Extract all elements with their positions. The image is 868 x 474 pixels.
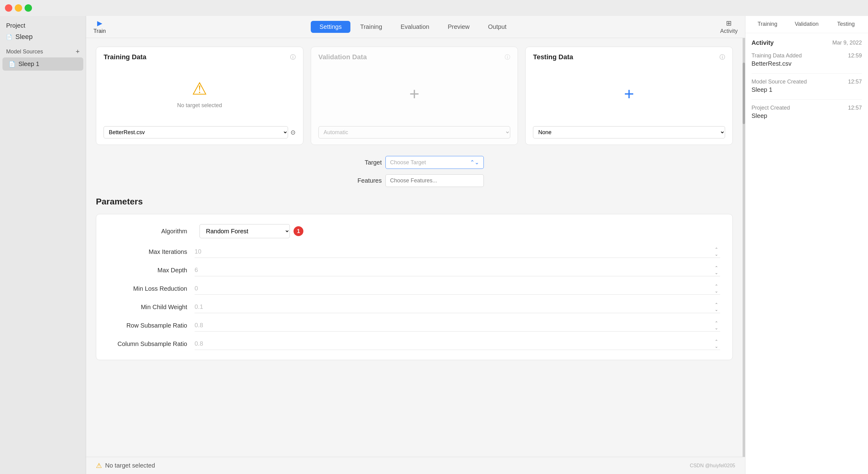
- row-subsample-ratio-input[interactable]: [194, 319, 713, 331]
- max-iterations-input[interactable]: [194, 246, 713, 258]
- status-warning-text: No target selected: [105, 462, 155, 469]
- max-depth-input[interactable]: [194, 264, 713, 276]
- right-panel-tab-training[interactable]: Training: [748, 16, 787, 33]
- validation-data-select-wrapper: Automatic: [318, 126, 510, 138]
- right-panel-tab-testing[interactable]: Testing: [826, 16, 866, 33]
- testing-data-footer: None: [533, 126, 725, 138]
- column-subsample-ratio-stepper[interactable]: ⌃⌄: [713, 339, 720, 349]
- testing-data-body: +: [533, 66, 725, 121]
- testing-data-select[interactable]: None: [533, 126, 725, 138]
- testing-add-icon[interactable]: +: [624, 84, 634, 104]
- traffic-lights: [5, 4, 32, 12]
- model-source-icon: 📄: [9, 61, 16, 68]
- features-label: Features: [345, 177, 382, 184]
- scrollbar-thumb[interactable]: [743, 63, 745, 124]
- max-iterations-stepper[interactable]: ⌃⌄: [713, 247, 720, 257]
- tab-evaluation[interactable]: Evaluation: [392, 21, 438, 33]
- activity-item-2-time: 12:57: [848, 105, 862, 111]
- algorithm-select-wrapper: Random Forest Boosted Tree (Regression) …: [199, 224, 303, 238]
- algorithm-label: Algorithm: [108, 228, 194, 235]
- training-data-info-icon[interactable]: ⓘ: [290, 54, 296, 61]
- right-panel: Training Validation Testing Activity Mar…: [745, 16, 868, 474]
- min-child-weight-input[interactable]: [194, 301, 713, 313]
- testing-data-card: Testing Data ⓘ + None: [525, 47, 733, 145]
- target-row: Target Choose Target ⌃⌄: [96, 156, 733, 169]
- features-row: Features: [96, 174, 733, 187]
- tab-output[interactable]: Output: [479, 21, 515, 33]
- column-subsample-ratio-input[interactable]: [194, 338, 713, 350]
- max-depth-stepper[interactable]: ⌃⌄: [713, 265, 720, 275]
- validation-data-card: Validation Data ⓘ + Automatic: [311, 47, 518, 145]
- target-input[interactable]: Choose Target ⌃⌄: [385, 156, 484, 169]
- status-bar: ⚠ No target selected CSDN @huiyfel0205: [86, 457, 745, 474]
- activity-item-0-label: Training Data Added: [751, 53, 802, 59]
- add-model-source-button[interactable]: +: [75, 48, 80, 55]
- tab-training[interactable]: Training: [352, 21, 391, 33]
- activity-item-1-time: 12:57: [848, 78, 862, 85]
- no-target-text: No target selected: [177, 102, 222, 109]
- training-data-select[interactable]: BetterRest.csv: [103, 126, 288, 138]
- min-loss-reduction-input[interactable]: [194, 282, 713, 295]
- tab-settings[interactable]: Settings: [311, 21, 350, 33]
- scrollbar[interactable]: [743, 38, 745, 457]
- row-subsample-ratio-label: Row Subsample Ratio: [108, 322, 194, 329]
- activity-button[interactable]: ⊞ Activity: [720, 19, 738, 34]
- min-loss-reduction-stepper[interactable]: ⌃⌄: [713, 284, 720, 294]
- testing-data-info-icon[interactable]: ⓘ: [719, 54, 725, 61]
- activity-item-2-label: Project Created: [751, 105, 790, 111]
- model-sources-header: Model Sources +: [0, 46, 86, 58]
- max-depth-input-wrapper: ⌃⌄: [194, 264, 720, 276]
- features-input[interactable]: [385, 174, 484, 187]
- min-child-weight-label: Min Child Weight: [108, 304, 194, 311]
- toolbar: ▶ Train Settings Training Evaluation Pre…: [86, 16, 745, 38]
- testing-data-header: Testing Data ⓘ: [533, 53, 725, 61]
- validation-data-title: Validation Data: [318, 53, 367, 61]
- warning-icon: ⚠: [192, 78, 207, 99]
- project-name: Sleep: [16, 33, 33, 41]
- project-label: Project: [0, 21, 86, 32]
- maximize-button[interactable]: [25, 4, 32, 12]
- close-button[interactable]: [5, 4, 12, 12]
- tab-preview[interactable]: Preview: [439, 21, 478, 33]
- activity-panel-title: Activity: [751, 39, 774, 46]
- activity-item-1-header: Model Source Created 12:57: [751, 78, 862, 85]
- target-arrow-icon: ⌃⌄: [470, 159, 479, 166]
- activity-label: Activity: [720, 28, 738, 34]
- testing-data-select-wrapper: None: [533, 126, 725, 138]
- algorithm-row: Algorithm Random Forest Boosted Tree (Re…: [108, 224, 720, 238]
- max-iterations-row: Max Iterations ⌃⌄: [108, 246, 720, 258]
- right-panel-content: Activity Mar 9, 2022 Training Data Added…: [745, 33, 868, 474]
- training-data-header: Training Data ⓘ: [103, 53, 296, 61]
- validation-data-select[interactable]: Automatic: [318, 126, 510, 138]
- status-warning: ⚠ No target selected: [96, 462, 155, 470]
- data-cards: Training Data ⓘ ⚠ No target selected Bet…: [96, 47, 733, 145]
- project-file-icon: 📄: [6, 34, 12, 40]
- row-subsample-ratio-row: Row Subsample Ratio ⌃⌄: [108, 319, 720, 332]
- min-child-weight-stepper[interactable]: ⌃⌄: [713, 302, 720, 312]
- sidebar-item-sleep-1[interactable]: 📄 Sleep 1: [2, 58, 83, 71]
- row-subsample-ratio-stepper[interactable]: ⌃⌄: [713, 320, 720, 330]
- sidebar: Project 📄 Sleep Model Sources + 📄 Sleep …: [0, 16, 86, 474]
- activity-item-0-value: BetterRest.csv: [751, 60, 862, 67]
- content-area: Training Data ⓘ ⚠ No target selected Bet…: [86, 38, 743, 457]
- validation-data-info-icon[interactable]: ⓘ: [505, 54, 510, 61]
- training-data-card: Training Data ⓘ ⚠ No target selected Bet…: [96, 47, 303, 145]
- training-data-goto-button[interactable]: ⊙: [290, 129, 296, 136]
- play-icon: ▶: [97, 19, 102, 27]
- algorithm-select[interactable]: Random Forest Boosted Tree (Regression) …: [199, 224, 290, 238]
- titlebar: [0, 0, 868, 16]
- parameters-title: Parameters: [96, 197, 733, 207]
- minimize-button[interactable]: [15, 4, 22, 12]
- validation-data-footer: Automatic: [318, 126, 510, 138]
- column-subsample-ratio-row: Column Subsample Ratio ⌃⌄: [108, 338, 720, 350]
- app-body: Project 📄 Sleep Model Sources + 📄 Sleep …: [0, 16, 868, 474]
- validation-data-body: +: [318, 66, 510, 121]
- activity-item-0: Training Data Added 12:59 BetterRest.csv: [751, 53, 862, 67]
- validation-add-icon[interactable]: +: [409, 84, 420, 104]
- train-button[interactable]: ▶ Train: [93, 19, 106, 34]
- activity-icon: ⊞: [726, 19, 732, 27]
- activity-divider-1: [751, 99, 862, 100]
- training-data-body: ⚠ No target selected: [103, 66, 296, 121]
- max-iterations-input-wrapper: ⌃⌄: [194, 246, 720, 258]
- right-panel-tab-validation[interactable]: Validation: [787, 16, 827, 33]
